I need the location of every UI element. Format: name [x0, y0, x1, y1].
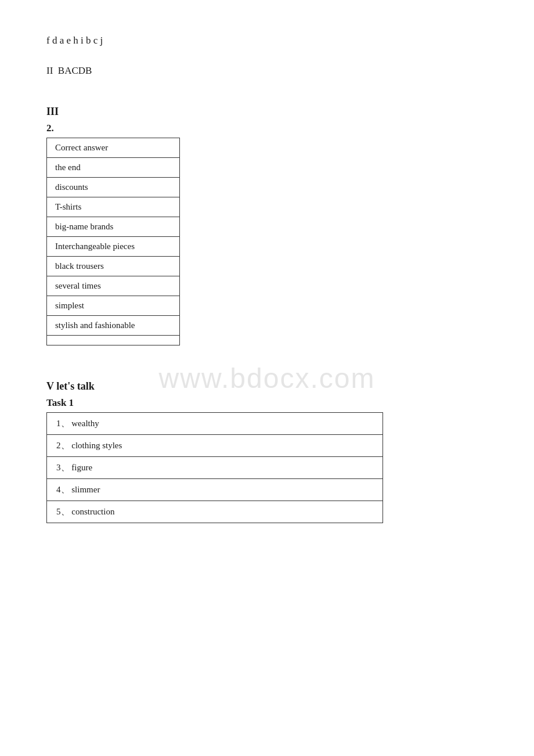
table-row: black trousers [47, 257, 180, 276]
section-4-label: V let's talk [46, 380, 488, 393]
section-2: II BACDB [46, 65, 488, 77]
table-row: several times [47, 276, 180, 296]
list-item: 3、 figure [47, 457, 383, 479]
list-item: 2、 clothing styles [47, 435, 383, 457]
list-item: 4、 slimmer [47, 479, 383, 501]
list-item: 1、 wealthy [47, 413, 383, 435]
section-3-label: III [46, 106, 488, 118]
table-row: simplest [47, 296, 180, 316]
table-row: discounts [47, 178, 180, 197]
section-2-label: II [46, 65, 53, 76]
table-row: stylish and fashionable [47, 316, 180, 336]
section-3-subsection: 2. [46, 123, 488, 134]
table-row: the end [47, 158, 180, 178]
section-3: III 2. Correct answerthe enddiscountsT-s… [46, 106, 488, 345]
table-row: Correct answer [47, 138, 180, 158]
section-4: V let's talk Task 1 1、 wealthy2、 clothin… [46, 380, 488, 523]
section-1-answer: f d a e h i b c j [46, 35, 488, 46]
table-row [47, 336, 180, 345]
task-table: 1、 wealthy2、 clothing styles3、 figure4、 … [46, 412, 383, 523]
task-label: Task 1 [46, 397, 488, 409]
section-2-answer: II BACDB [46, 65, 488, 77]
answer-table: Correct answerthe enddiscountsT-shirtsbi… [46, 138, 180, 345]
table-row: T-shirts [47, 197, 180, 217]
table-row: big-name brands [47, 217, 180, 237]
list-item: 5、 construction [47, 501, 383, 523]
table-row: Interchangeable pieces [47, 237, 180, 257]
section-2-value: BACDB [58, 65, 92, 76]
section-1: f d a e h i b c j [46, 35, 488, 46]
